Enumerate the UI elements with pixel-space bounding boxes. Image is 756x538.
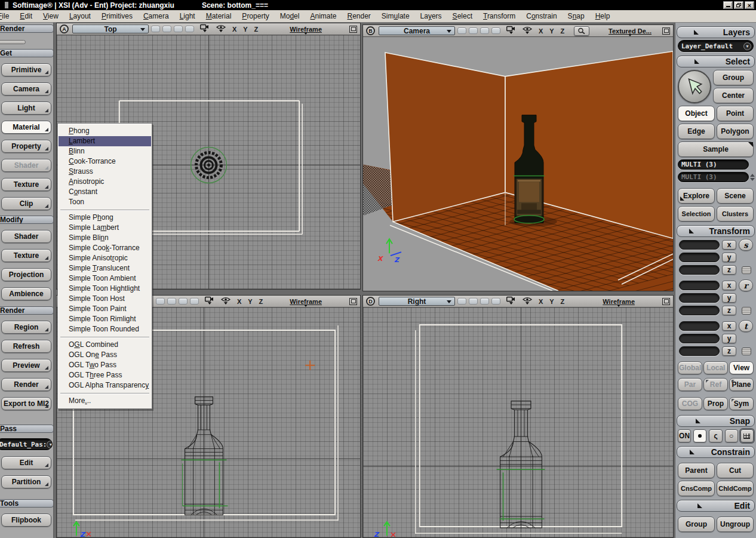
lp-button-refresh[interactable]: Refresh [1,340,51,353]
lp-button-shader[interactable]: Shader [1,230,51,243]
lp-header-modify[interactable]: Modify [0,216,54,224]
transform-s-y-axis-button[interactable]: y [722,253,736,262]
lp-button-shader[interactable]: Shader [1,159,51,172]
context-item-anisotropic[interactable]: Anisotropic [59,177,151,187]
edit-ungroup-button[interactable]: Ungroup [717,517,754,532]
viewport-d-canvas[interactable]: Z [363,308,673,537]
context-item-simple-toon-hightlight[interactable]: Simple Toon Hightlight [59,284,151,294]
scene-button[interactable]: Scene [717,188,754,204]
memo-cam-button[interactable] [469,298,478,305]
transform-prop-button[interactable]: Prop [703,397,728,410]
lp-button-region[interactable]: Region [1,321,51,334]
lp-button-texture[interactable]: Texture [1,249,51,262]
context-item-strauss[interactable]: Strauss [59,167,151,177]
constrain-cut-button[interactable]: Cut [717,463,754,478]
viewport-c-display-mode[interactable]: Wireframe [290,298,322,305]
lp-button-clip[interactable]: Clip [1,197,51,210]
context-item-simple-translucent[interactable]: Simple Translucent [59,263,151,273]
transform-r-mode-button[interactable]: r [739,279,753,291]
transform-t-mode-button[interactable]: t [739,320,753,332]
snap-grid-button[interactable] [740,429,754,442]
transform-t-y-axis-button[interactable]: y [722,334,736,343]
lp-header-render[interactable]: Render [0,306,54,315]
memo-cam-button[interactable] [480,298,489,305]
viewport-d-view-dropdown[interactable]: Right [379,297,455,306]
lp-button-preview[interactable]: Preview [1,359,51,372]
viewport-a-view-dropdown[interactable]: Top [72,24,149,33]
viewport-d-resize-icon[interactable] [662,298,670,305]
context-item-blinn[interactable]: Blinn [59,146,151,156]
lp-header-render[interactable]: Render [0,24,54,33]
transform-par-button[interactable]: Par [678,378,702,391]
select-sample-button[interactable]: Sample [678,142,754,157]
memo-cam-button[interactable] [162,26,171,32]
constrain-parent-button[interactable]: Parent [678,463,715,478]
context-item-cook-torrance[interactable]: Cook-Torrance [59,156,151,167]
snap-point-button[interactable] [693,429,706,442]
lp-button-primitive[interactable]: Primitive [1,63,51,76]
chevron-down-icon[interactable]: ▼ [743,42,751,50]
layers-header[interactable]: Layers [677,26,755,38]
context-item-simple-cook-torrance[interactable]: Simple Cook-Torrance [59,243,151,253]
viewport-d-axes-toggle[interactable]: X Y Z [539,298,567,305]
menu-transform[interactable]: Transform [478,10,521,22]
viewport-b-view-dropdown[interactable]: Camera [379,26,455,35]
select-point-button[interactable]: Point [717,106,754,121]
context-item-constant[interactable]: Constant [59,187,151,197]
menu-layout[interactable]: Layout [64,10,96,22]
menu-primitives[interactable]: Primitives [96,10,138,22]
memo-cam-button[interactable] [457,298,466,305]
transform-s-y-field[interactable] [679,253,720,262]
viewport-d-display-mode[interactable]: Wireframe [603,298,635,305]
context-item-simple-toon-host[interactable]: Simple Toon Host [59,294,151,304]
transform-ref-button[interactable]: Ref [703,378,728,391]
minimize-button[interactable] [723,1,733,9]
context-item-simple-phong[interactable]: Simple Phong [59,213,151,223]
selection-field[interactable]: MULTI (3) [678,159,749,170]
transform-cog-button[interactable]: COG [678,397,702,410]
viewport-b-resize-icon[interactable] [662,27,670,35]
viewport-a-axes-toggle[interactable]: X Y Z [232,26,260,33]
menu-camera[interactable]: Camera [138,10,174,22]
transform-r-z-field[interactable] [679,306,720,315]
viewport-a-resize-icon[interactable] [349,26,357,33]
context-item-ogl-alpha-transparency[interactable]: OGL Alpha Transparency [59,380,151,391]
memo-cam-button[interactable] [151,26,160,32]
snap-boundary-button[interactable]: ○ [725,429,738,442]
lp-button-projection[interactable]: Projection [1,268,51,281]
magnifier-icon[interactable] [574,26,589,36]
transform-t-options-icon[interactable] [742,348,751,355]
menu-edit[interactable]: Edit [14,10,38,22]
viewport-b-display-mode[interactable]: Textured De... [609,27,651,35]
transform-s-z-axis-button[interactable]: z [722,265,736,275]
transform-r-z-axis-button[interactable]: z [722,306,736,315]
context-item-lambert[interactable]: Lambert [59,136,151,146]
transform-t-x-axis-button[interactable]: x [722,321,736,331]
lp-button-edit[interactable]: Edit [1,456,51,469]
menu-model[interactable]: Model [275,10,305,22]
lp-button-render[interactable]: Render [1,378,51,391]
lp-button-ambience[interactable]: Ambience [1,287,51,300]
menu-property[interactable]: Property [236,10,274,22]
memo-cam-button[interactable] [469,27,478,34]
context-item-simple-toon-rimlight[interactable]: Simple Toon Rimlight [59,314,151,324]
transform-header[interactable]: Transform [677,225,755,237]
context-item-simple-lambert[interactable]: Simple Lambert [59,223,151,233]
lp-header-get[interactable]: Get [0,49,54,57]
menu-help[interactable]: Help [590,10,616,22]
select-polygon-button[interactable]: Polygon [717,124,754,139]
transform-s-mode-button[interactable]: s [739,239,753,251]
memo-cam-button[interactable] [179,298,188,305]
menu-snap[interactable]: Snap [563,10,590,22]
menu-select[interactable]: Select [447,10,478,22]
context-item-ogl-one-pass[interactable]: OGL One Pass [59,350,151,360]
camera-icon[interactable] [505,296,517,306]
snap-curve-button[interactable]: ς [709,429,722,442]
context-item-toon[interactable]: Toon [59,197,151,207]
lp-button-texture[interactable]: Texture [1,178,51,191]
camera-icon[interactable] [204,296,215,306]
memo-cam-button[interactable] [480,27,489,34]
viewport-c-resize-icon[interactable] [349,298,357,305]
transform-local-button[interactable]: Local [703,361,728,374]
select-group-button[interactable]: Group [713,70,754,85]
